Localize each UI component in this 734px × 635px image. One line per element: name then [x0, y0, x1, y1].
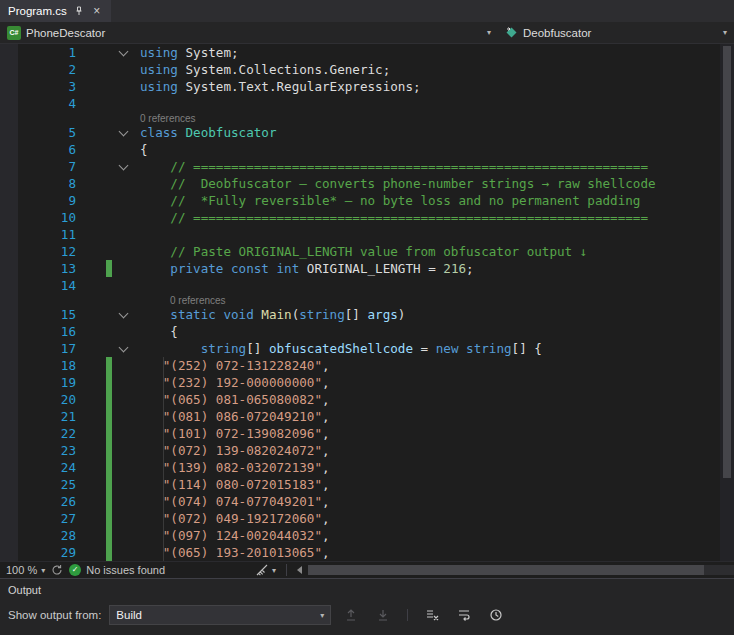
goto-previous-message-icon[interactable]: [339, 605, 363, 625]
codelens-references-link[interactable]: 0 references: [140, 113, 196, 124]
zoom-select[interactable]: 100 % ▾: [6, 564, 45, 576]
breakpoint-margin[interactable]: [0, 158, 18, 175]
code-text[interactable]: {: [134, 323, 734, 340]
breakpoint-margin[interactable]: [0, 476, 18, 493]
code-text[interactable]: "(114) 080-072015183",: [134, 476, 734, 493]
breakpoint-margin[interactable]: [0, 323, 18, 340]
breakpoint-margin[interactable]: [0, 294, 18, 306]
code-text[interactable]: private const int ORIGINAL_LENGTH = 216;: [134, 260, 734, 277]
horizontal-scrollbar-thumb[interactable]: [308, 565, 704, 575]
code-text[interactable]: "(065) 081-065080082",: [134, 391, 734, 408]
breakpoint-margin[interactable]: [0, 124, 18, 141]
fold-chevron-icon[interactable]: [118, 126, 128, 136]
fold-chevron-icon[interactable]: [118, 308, 128, 318]
type-dropdown[interactable]: Deobfuscator ▾: [498, 22, 734, 43]
codelens-text[interactable]: 0 references: [134, 112, 734, 124]
tab-program-cs[interactable]: Program.cs ×: [0, 0, 111, 22]
code-text[interactable]: using System.Text.RegularExpressions;: [134, 78, 734, 95]
code-line: 10 // ==================================…: [0, 209, 734, 226]
breakpoint-margin[interactable]: [0, 260, 18, 277]
breakpoint-margin[interactable]: [0, 44, 18, 61]
breakpoint-margin[interactable]: [0, 493, 18, 510]
breakpoint-margin[interactable]: [0, 459, 18, 476]
breakpoint-margin[interactable]: [0, 306, 18, 323]
horizontal-scrollbar[interactable]: [308, 565, 734, 575]
code-text[interactable]: [134, 95, 734, 112]
sync-icon[interactable]: [51, 564, 63, 576]
code-text[interactable]: // *Fully reversible* – no byte loss and…: [134, 192, 734, 209]
code-text[interactable]: {: [134, 141, 734, 158]
code-text[interactable]: "(074) 074-077049201",: [134, 493, 734, 510]
code-text[interactable]: string[] obfuscatedShellcode = new strin…: [134, 340, 734, 357]
breakpoint-margin[interactable]: [0, 192, 18, 209]
breakpoint-margin[interactable]: [0, 78, 18, 95]
close-tab-icon[interactable]: ×: [91, 5, 103, 17]
code-text[interactable]: // =====================================…: [134, 158, 734, 175]
code-area: 1using System;2using System.Collections.…: [0, 44, 734, 561]
breakpoint-margin[interactable]: [0, 510, 18, 527]
code-text[interactable]: "(097) 124-002044032",: [134, 527, 734, 544]
code-text[interactable]: static void Main(string[] args): [134, 306, 734, 323]
breakpoint-margin[interactable]: [0, 95, 18, 112]
breakpoint-margin[interactable]: [0, 112, 18, 124]
code-text[interactable]: "(072) 139-082024072",: [134, 442, 734, 459]
breakpoint-margin[interactable]: [0, 544, 18, 561]
codelens-references-link[interactable]: 0 references: [170, 295, 226, 306]
codelens-text[interactable]: 0 references: [134, 294, 734, 306]
code-text[interactable]: "(232) 192-000000000",: [134, 374, 734, 391]
gutter-spacer: [76, 493, 106, 510]
code-text[interactable]: [134, 226, 734, 243]
breakpoint-margin[interactable]: [0, 141, 18, 158]
code-text[interactable]: "(252) 072-131228240",: [134, 357, 734, 374]
project-name: PhoneDescator: [26, 27, 105, 39]
output-source-select[interactable]: Build ▾: [109, 605, 331, 625]
code-text[interactable]: "(139) 082-032072139",: [134, 459, 734, 476]
breakpoint-margin[interactable]: [0, 442, 18, 459]
code-text[interactable]: [134, 277, 734, 294]
code-text[interactable]: // =====================================…: [134, 209, 734, 226]
breakpoint-margin[interactable]: [0, 391, 18, 408]
gutter-spacer: [76, 357, 106, 374]
goto-next-message-icon[interactable]: [371, 605, 395, 625]
breakpoint-margin[interactable]: [0, 408, 18, 425]
project-dropdown[interactable]: C# PhoneDescator ▾: [0, 22, 498, 43]
fold-chevron-icon[interactable]: [118, 46, 128, 56]
pin-tab-icon[interactable]: [73, 5, 85, 17]
breakpoint-margin[interactable]: [0, 374, 18, 391]
breakpoint-margin[interactable]: [0, 209, 18, 226]
breakpoint-margin[interactable]: [0, 527, 18, 544]
code-text[interactable]: using System.Collections.Generic;: [134, 61, 734, 78]
code-text[interactable]: // Paste ORIGINAL_LENGTH value from obfu…: [134, 243, 734, 260]
clear-all-icon[interactable]: [420, 605, 444, 625]
clock-icon[interactable]: [484, 605, 508, 625]
code-line: 27 "(072) 049-192172060",: [0, 510, 734, 527]
breakpoint-margin[interactable]: [0, 175, 18, 192]
vertical-scrollbar[interactable]: [720, 44, 734, 561]
code-cleanup-button[interactable]: ▾: [255, 564, 276, 577]
gutter-spacer: [76, 209, 106, 226]
fold-chevron-icon[interactable]: [118, 342, 128, 352]
codelens-row: 0 references: [0, 112, 734, 124]
code-editor[interactable]: 1using System;2using System.Collections.…: [0, 44, 734, 561]
line-number: 14: [18, 277, 76, 294]
code-line: 20 "(065) 081-065080082",: [0, 391, 734, 408]
breakpoint-margin[interactable]: [0, 226, 18, 243]
scroll-left-arrow-icon[interactable]: [297, 566, 302, 574]
breakpoint-margin[interactable]: [0, 277, 18, 294]
breakpoint-margin[interactable]: [0, 425, 18, 442]
document-health-indicator[interactable]: ✓ No issues found: [69, 564, 165, 576]
code-text[interactable]: "(081) 086-072049210",: [134, 408, 734, 425]
breakpoint-margin[interactable]: [0, 357, 18, 374]
code-text[interactable]: "(101) 072-139082096",: [134, 425, 734, 442]
fold-chevron-icon[interactable]: [118, 160, 128, 170]
code-text[interactable]: class Deobfuscator: [134, 124, 734, 141]
word-wrap-icon[interactable]: [452, 605, 476, 625]
code-text[interactable]: using System;: [134, 44, 734, 61]
vertical-scrollbar-thumb[interactable]: [723, 46, 731, 478]
breakpoint-margin[interactable]: [0, 61, 18, 78]
breakpoint-margin[interactable]: [0, 243, 18, 260]
code-text[interactable]: // Deobfuscator – converts phone-number …: [134, 175, 734, 192]
code-text[interactable]: "(065) 193-201013065",: [134, 544, 734, 561]
code-text[interactable]: "(072) 049-192172060",: [134, 510, 734, 527]
breakpoint-margin[interactable]: [0, 340, 18, 357]
